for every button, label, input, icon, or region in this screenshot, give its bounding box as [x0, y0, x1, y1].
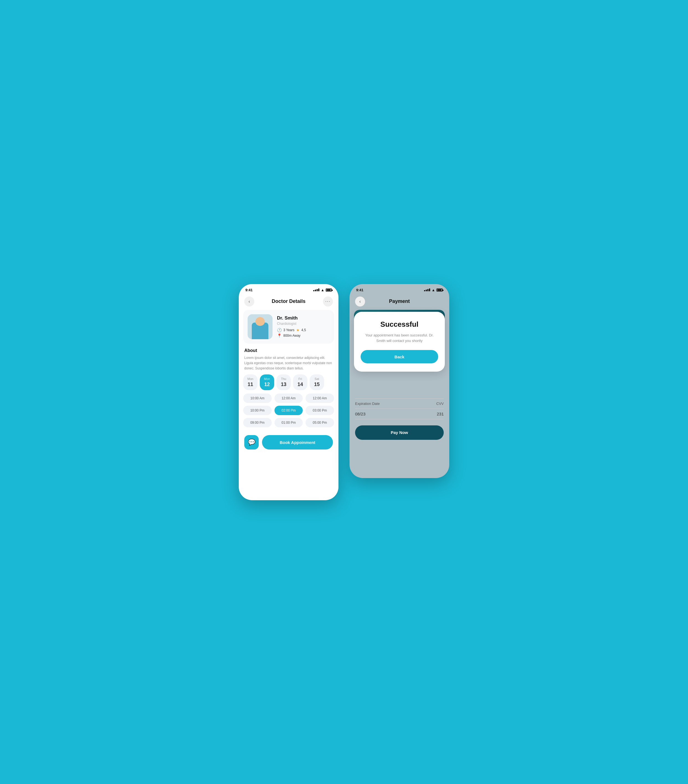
- wifi-icon: ▲: [321, 288, 324, 292]
- signal-icon-right: [424, 288, 430, 291]
- experience-text: 3 Years: [283, 328, 294, 332]
- time-slot-2[interactable]: 12:00 Am: [305, 394, 334, 403]
- date-num-1: 12: [264, 382, 270, 387]
- values-row: 08/23 231: [355, 412, 444, 416]
- date-day-3: Fri: [299, 377, 302, 380]
- battery-icon: [326, 288, 332, 292]
- cvv-label: CVV: [436, 402, 444, 406]
- time-slot-1[interactable]: 12:00 Am: [274, 394, 303, 403]
- about-title: About: [244, 348, 333, 353]
- date-item-0[interactable]: Mon 11: [243, 374, 258, 390]
- doctor-card: Dr. Smith Chardiologist 🕐 3 Years ★ 4,5 …: [243, 310, 334, 344]
- expiration-label: Expiration Date: [355, 402, 380, 406]
- cvv-value: 231: [437, 412, 444, 416]
- divider-bottom: [355, 419, 444, 419]
- doctor-details-phone: 9:41 ▲ ‹ Doctor Details ···: [239, 284, 338, 500]
- rating-text: 4,5: [301, 328, 306, 332]
- date-num-2: 13: [281, 382, 286, 387]
- page-title-right: Payment: [389, 298, 410, 304]
- time-slot-6[interactable]: 09:00 Pm: [243, 418, 272, 427]
- distance-text: 800m Away: [283, 334, 300, 338]
- doctor-head-figure: [255, 317, 265, 326]
- chat-button[interactable]: 💬: [244, 435, 259, 450]
- scene: 9:41 ▲ ‹ Doctor Details ···: [239, 284, 449, 500]
- doctor-meta: 🕐 3 Years ★ 4,5 📍 800m Away: [277, 328, 330, 338]
- doctor-details-header: ‹ Doctor Details ···: [239, 294, 338, 310]
- time-slot-5[interactable]: 03:00 Pm: [305, 406, 334, 415]
- date-day-4: Sat: [315, 377, 319, 380]
- date-item-2[interactable]: Thu 13: [276, 374, 291, 390]
- battery-icon-right: [437, 288, 443, 292]
- doctor-avatar: [248, 314, 273, 339]
- doctor-name: Dr. Smith: [277, 315, 330, 321]
- time-slot-7[interactable]: 01:00 Pm: [274, 418, 303, 427]
- modal-back-button[interactable]: Back: [361, 350, 438, 363]
- status-icons-right: ▲: [424, 288, 443, 292]
- payment-phone: 9:41 ▲ ‹ Payment: [350, 284, 449, 478]
- back-button-left[interactable]: ‹: [244, 296, 254, 306]
- expiration-row: Expiration Date CVV: [355, 402, 444, 406]
- status-bar-right: 9:41 ▲: [350, 284, 449, 294]
- time-slot-3[interactable]: 10:00 Pm: [243, 406, 272, 415]
- date-item-3[interactable]: Fri 14: [293, 374, 307, 390]
- date-day-1: Mon: [264, 377, 270, 380]
- time-slot-0[interactable]: 10:00 Am: [243, 394, 272, 403]
- location-icon: 📍: [277, 333, 282, 338]
- success-title: Successful: [361, 320, 438, 329]
- date-num-3: 14: [297, 382, 303, 387]
- more-button[interactable]: ···: [323, 296, 333, 306]
- about-text: Lorem ipsum dolor sit amet, consectetur …: [244, 355, 333, 371]
- success-modal: Successful Your appointment has been suc…: [354, 312, 445, 372]
- status-bar-left: 9:41 ▲: [239, 284, 338, 294]
- doctor-info: Dr. Smith Chardiologist 🕐 3 Years ★ 4,5 …: [277, 315, 330, 338]
- bottom-bar: 💬 Book Appoinment: [239, 432, 338, 456]
- date-selector: Mon 11 Mon 12 Thu 13 Fri 14 Sat 15: [239, 374, 338, 394]
- time-grid: 10:00 Am 12:00 Am 12:00 Am 10:00 Pm 02:0…: [239, 394, 338, 432]
- status-icons-left: ▲: [313, 288, 332, 292]
- about-section: About Lorem ipsum dolor sit amet, consec…: [239, 348, 338, 375]
- doctor-body-figure: [252, 323, 268, 339]
- expiration-value: 08/23: [355, 412, 366, 416]
- time-slot-8[interactable]: 05:00 Pm: [305, 418, 334, 427]
- date-num-4: 15: [314, 382, 320, 387]
- payment-content: 9:41 ▲ ‹ Payment: [350, 284, 449, 448]
- pay-now-button[interactable]: Pay Now: [355, 425, 444, 440]
- time-left: 9:41: [245, 288, 253, 292]
- time-right: 9:41: [356, 288, 363, 292]
- date-item-1[interactable]: Mon 12: [260, 374, 274, 390]
- experience-row: 🕐 3 Years ★ 4,5: [277, 328, 330, 332]
- divider-top: [355, 399, 444, 399]
- date-item-4[interactable]: Sat 15: [310, 374, 324, 390]
- clock-icon: 🕐: [277, 328, 282, 332]
- wifi-icon-right: ▲: [432, 288, 435, 292]
- payment-header: ‹ Payment: [350, 294, 449, 310]
- star-icon: ★: [296, 328, 300, 332]
- doctor-specialty: Chardiologist: [277, 322, 330, 326]
- success-message: Your appointment has been successful. Dr…: [361, 333, 438, 344]
- distance-row: 📍 800m Away: [277, 333, 330, 338]
- time-slot-4[interactable]: 02:00 Pm: [274, 406, 303, 415]
- date-num-0: 11: [248, 382, 253, 387]
- book-appointment-button[interactable]: Book Appoinment: [262, 435, 333, 450]
- back-button-right[interactable]: ‹: [355, 296, 365, 306]
- divider-mid: [355, 408, 444, 409]
- date-day-0: Mon: [247, 377, 253, 380]
- date-day-2: Thu: [281, 377, 286, 380]
- signal-icon: [313, 288, 319, 291]
- page-title-left: Doctor Details: [272, 298, 305, 304]
